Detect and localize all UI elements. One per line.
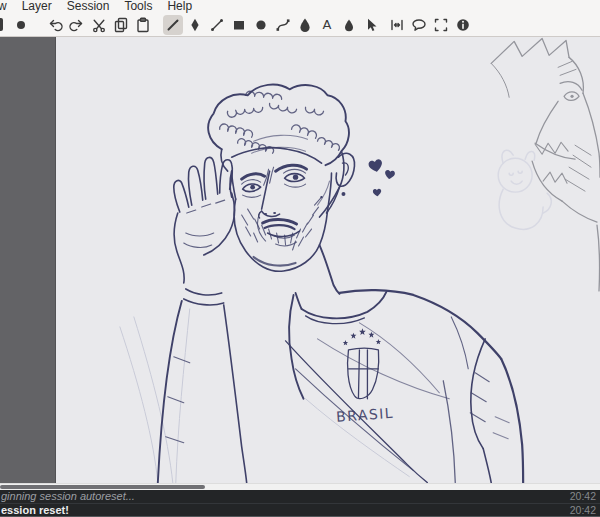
color-dot-button[interactable] (11, 15, 31, 35)
monster-pencil-sketch (491, 38, 600, 291)
color-dot-icon (13, 17, 29, 33)
chat-log: ginning session autoreset... 20:42 essio… (0, 490, 600, 516)
hearts-doodle (368, 159, 395, 197)
fill-tool[interactable] (295, 15, 315, 35)
menu-layer[interactable]: Layer (15, 0, 60, 13)
chat-message-row: ginning session autoreset... 20:42 (0, 490, 600, 503)
laser-tool[interactable] (409, 15, 429, 35)
redo-button[interactable] (67, 15, 87, 35)
menu-help[interactable]: Help (160, 0, 200, 13)
undo-button[interactable] (45, 15, 65, 35)
line-icon (209, 17, 225, 33)
faint-creature-sketch (498, 150, 551, 229)
line-tool[interactable] (207, 15, 227, 35)
jersey-text: BRASIL (336, 405, 395, 425)
copy-button[interactable] (111, 15, 131, 35)
system-message: ginning session autoreset... (0, 490, 562, 503)
colorpicker-tool[interactable] (339, 15, 359, 35)
chat-message-row: ession reset! 20:42 (0, 503, 600, 516)
freehand-tool[interactable] (163, 15, 183, 35)
menu-session[interactable]: Session (60, 0, 118, 13)
fill-droplet-icon (297, 17, 313, 33)
scrollbar-thumb[interactable] (0, 485, 205, 489)
cut-button[interactable] (89, 15, 109, 35)
clipped-button-fragment[interactable] (0, 18, 3, 31)
info-icon (455, 17, 471, 33)
selection-tool[interactable] (361, 15, 381, 35)
rectangle-tool[interactable] (229, 15, 249, 35)
toolbar: A (0, 13, 600, 37)
annotation-tool[interactable]: A (317, 15, 337, 35)
redo-icon (69, 17, 85, 33)
message-timestamp: 20:42 (562, 504, 600, 517)
brush-tool[interactable] (185, 15, 205, 35)
menu-tools[interactable]: Tools (117, 0, 160, 13)
ellipse-icon (253, 17, 269, 33)
annotation-a-icon: A (323, 17, 332, 32)
canvas-area: BRASIL (0, 37, 600, 483)
portrait-sketch: BRASIL (158, 85, 523, 483)
rectangle-icon (231, 17, 247, 33)
bezier-curve-icon (275, 17, 291, 33)
brush-nib-icon (187, 17, 203, 33)
transform-icon (389, 17, 405, 33)
inspector-tool[interactable] (453, 15, 473, 35)
picker-droplet-icon (341, 17, 357, 33)
freehand-icon (165, 17, 181, 33)
menu-view-fragment[interactable]: w (0, 0, 15, 13)
cursor-arrow-icon (363, 17, 379, 33)
fit-frame-icon (433, 17, 449, 33)
copy-icon (113, 17, 129, 33)
status-message: ession reset! (0, 504, 562, 517)
curve-tool[interactable] (273, 15, 293, 35)
drawing-canvas[interactable]: BRASIL (55, 37, 600, 483)
light-guide-strokes (120, 309, 409, 483)
horizontal-scrollbar[interactable] (0, 483, 600, 490)
speech-bubble-icon (411, 17, 427, 33)
undo-icon (47, 17, 63, 33)
offcanvas-margin (0, 37, 55, 483)
menubar: w Layer Session Tools Help (0, 0, 600, 13)
zoom-tool[interactable] (431, 15, 451, 35)
paste-button[interactable] (133, 15, 153, 35)
message-timestamp: 20:42 (562, 490, 600, 503)
scissors-icon (91, 17, 107, 33)
ellipse-tool[interactable] (251, 15, 271, 35)
paste-icon (135, 17, 151, 33)
transform-tool[interactable] (387, 15, 407, 35)
jersey-crest (343, 328, 381, 398)
